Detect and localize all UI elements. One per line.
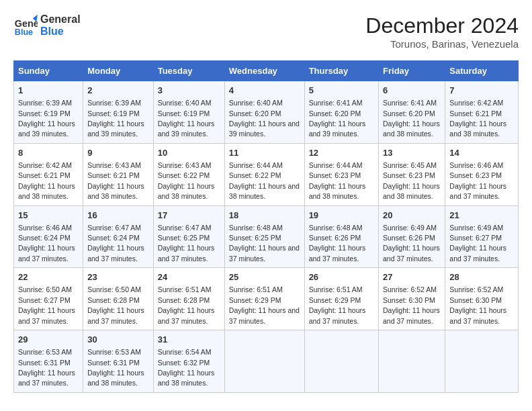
day-number: 19 (309, 210, 374, 222)
day-cell-22: 22 Sunrise: 6:50 AMSunset: 6:27 PMDaylig… (14, 268, 83, 330)
calendar-week-4: 22 Sunrise: 6:50 AMSunset: 6:27 PMDaylig… (14, 268, 519, 330)
weekday-header-monday: Monday (83, 61, 154, 81)
day-number: 11 (229, 147, 300, 159)
day-cell-31: 31 Sunrise: 6:54 AMSunset: 6:32 PMDaylig… (153, 330, 224, 393)
day-cell-13: 13 Sunrise: 6:45 AMSunset: 6:23 PMDaylig… (379, 143, 445, 205)
calendar-week-2: 8 Sunrise: 6:42 AMSunset: 6:21 PMDayligh… (14, 143, 519, 205)
day-info: Sunrise: 6:51 AMSunset: 6:29 PMDaylight:… (229, 285, 300, 324)
day-number: 24 (158, 271, 220, 283)
day-info: Sunrise: 6:44 AMSunset: 6:22 PMDaylight:… (229, 161, 300, 200)
day-number: 29 (18, 334, 79, 346)
day-cell-10: 10 Sunrise: 6:43 AMSunset: 6:22 PMDaylig… (153, 143, 224, 205)
month-title: December 2024 (365, 13, 519, 38)
day-info: Sunrise: 6:51 AMSunset: 6:28 PMDaylight:… (158, 285, 215, 324)
day-number: 23 (87, 271, 149, 283)
day-cell-24: 24 Sunrise: 6:51 AMSunset: 6:28 PMDaylig… (153, 268, 224, 330)
day-number: 12 (309, 147, 374, 159)
day-number: 9 (87, 147, 149, 159)
day-number: 15 (18, 210, 79, 222)
page-header: General Blue General Blue December 2024 … (13, 13, 519, 50)
day-info: Sunrise: 6:44 AMSunset: 6:23 PMDaylight:… (309, 161, 366, 200)
calendar-week-5: 29 Sunrise: 6:53 AMSunset: 6:31 PMDaylig… (14, 330, 519, 393)
title-block: December 2024 Torunos, Barinas, Venezuel… (365, 13, 519, 50)
day-number: 26 (309, 271, 374, 283)
empty-cell (445, 330, 519, 393)
day-number: 28 (449, 271, 514, 283)
day-info: Sunrise: 6:51 AMSunset: 6:29 PMDaylight:… (309, 285, 366, 324)
day-cell-4: 4 Sunrise: 6:40 AMSunset: 6:20 PMDayligh… (224, 81, 304, 144)
day-number: 17 (158, 210, 220, 222)
day-number: 20 (383, 210, 441, 222)
empty-cell (379, 330, 445, 393)
day-info: Sunrise: 6:48 AMSunset: 6:25 PMDaylight:… (229, 224, 300, 263)
weekday-header-tuesday: Tuesday (153, 61, 224, 81)
location: Torunos, Barinas, Venezuela (365, 38, 519, 50)
day-cell-5: 5 Sunrise: 6:41 AMSunset: 6:20 PMDayligh… (304, 81, 378, 144)
day-number: 5 (309, 85, 374, 97)
day-cell-8: 8 Sunrise: 6:42 AMSunset: 6:21 PMDayligh… (14, 143, 83, 205)
day-cell-17: 17 Sunrise: 6:47 AMSunset: 6:25 PMDaylig… (153, 205, 224, 268)
weekday-header-saturday: Saturday (445, 61, 519, 81)
weekday-header-sunday: Sunday (14, 61, 83, 81)
day-cell-12: 12 Sunrise: 6:44 AMSunset: 6:23 PMDaylig… (304, 143, 378, 205)
day-cell-15: 15 Sunrise: 6:46 AMSunset: 6:24 PMDaylig… (14, 205, 83, 268)
day-number: 4 (229, 85, 300, 97)
day-number: 10 (158, 147, 220, 159)
day-info: Sunrise: 6:46 AMSunset: 6:24 PMDaylight:… (18, 224, 75, 263)
day-number: 2 (87, 85, 149, 97)
day-info: Sunrise: 6:45 AMSunset: 6:23 PMDaylight:… (383, 161, 440, 200)
day-info: Sunrise: 6:41 AMSunset: 6:20 PMDaylight:… (383, 99, 440, 138)
day-cell-28: 28 Sunrise: 6:52 AMSunset: 6:30 PMDaylig… (445, 268, 519, 330)
day-cell-9: 9 Sunrise: 6:43 AMSunset: 6:21 PMDayligh… (83, 143, 154, 205)
day-cell-21: 21 Sunrise: 6:49 AMSunset: 6:27 PMDaylig… (445, 205, 519, 268)
day-cell-1: 1 Sunrise: 6:39 AMSunset: 6:19 PMDayligh… (14, 81, 83, 144)
day-number: 3 (158, 85, 220, 97)
empty-cell (224, 330, 304, 393)
weekday-header-wednesday: Wednesday (224, 61, 304, 81)
day-cell-25: 25 Sunrise: 6:51 AMSunset: 6:29 PMDaylig… (224, 268, 304, 330)
day-number: 13 (383, 147, 441, 159)
day-number: 22 (18, 271, 79, 283)
day-number: 14 (449, 147, 514, 159)
day-info: Sunrise: 6:40 AMSunset: 6:20 PMDaylight:… (229, 99, 300, 138)
day-info: Sunrise: 6:47 AMSunset: 6:24 PMDaylight:… (87, 224, 144, 263)
day-cell-16: 16 Sunrise: 6:47 AMSunset: 6:24 PMDaylig… (83, 205, 154, 268)
day-info: Sunrise: 6:46 AMSunset: 6:23 PMDaylight:… (449, 161, 506, 200)
day-cell-14: 14 Sunrise: 6:46 AMSunset: 6:23 PMDaylig… (445, 143, 519, 205)
day-number: 25 (229, 271, 300, 283)
day-info: Sunrise: 6:50 AMSunset: 6:27 PMDaylight:… (18, 285, 75, 324)
day-cell-3: 3 Sunrise: 6:40 AMSunset: 6:19 PMDayligh… (153, 81, 224, 144)
day-info: Sunrise: 6:43 AMSunset: 6:21 PMDaylight:… (87, 161, 144, 200)
day-info: Sunrise: 6:40 AMSunset: 6:19 PMDaylight:… (158, 99, 215, 138)
day-cell-7: 7 Sunrise: 6:42 AMSunset: 6:21 PMDayligh… (445, 81, 519, 144)
day-number: 6 (383, 85, 441, 97)
day-number: 31 (158, 334, 220, 346)
calendar-table: SundayMondayTuesdayWednesdayThursdayFrid… (13, 60, 519, 393)
day-info: Sunrise: 6:50 AMSunset: 6:28 PMDaylight:… (87, 285, 144, 324)
day-info: Sunrise: 6:39 AMSunset: 6:19 PMDaylight:… (87, 99, 144, 138)
weekday-header-row: SundayMondayTuesdayWednesdayThursdayFrid… (14, 61, 519, 81)
day-info: Sunrise: 6:49 AMSunset: 6:26 PMDaylight:… (383, 224, 440, 263)
day-number: 30 (87, 334, 149, 346)
day-info: Sunrise: 6:49 AMSunset: 6:27 PMDaylight:… (449, 224, 506, 263)
day-number: 8 (18, 147, 79, 159)
calendar-week-1: 1 Sunrise: 6:39 AMSunset: 6:19 PMDayligh… (14, 81, 519, 144)
day-info: Sunrise: 6:39 AMSunset: 6:19 PMDaylight:… (18, 99, 75, 138)
day-cell-11: 11 Sunrise: 6:44 AMSunset: 6:22 PMDaylig… (224, 143, 304, 205)
day-info: Sunrise: 6:41 AMSunset: 6:20 PMDaylight:… (309, 99, 366, 138)
day-cell-2: 2 Sunrise: 6:39 AMSunset: 6:19 PMDayligh… (83, 81, 154, 144)
day-info: Sunrise: 6:53 AMSunset: 6:31 PMDaylight:… (87, 348, 144, 387)
day-cell-29: 29 Sunrise: 6:53 AMSunset: 6:31 PMDaylig… (14, 330, 83, 393)
day-info: Sunrise: 6:42 AMSunset: 6:21 PMDaylight:… (449, 99, 506, 138)
day-cell-18: 18 Sunrise: 6:48 AMSunset: 6:25 PMDaylig… (224, 205, 304, 268)
empty-cell (304, 330, 378, 393)
day-cell-23: 23 Sunrise: 6:50 AMSunset: 6:28 PMDaylig… (83, 268, 154, 330)
weekday-header-friday: Friday (379, 61, 445, 81)
logo: General Blue General Blue (13, 13, 81, 38)
day-cell-20: 20 Sunrise: 6:49 AMSunset: 6:26 PMDaylig… (379, 205, 445, 268)
day-number: 7 (449, 85, 514, 97)
calendar-week-3: 15 Sunrise: 6:46 AMSunset: 6:24 PMDaylig… (14, 205, 519, 268)
day-info: Sunrise: 6:52 AMSunset: 6:30 PMDaylight:… (449, 285, 506, 324)
day-info: Sunrise: 6:54 AMSunset: 6:32 PMDaylight:… (158, 348, 215, 387)
day-cell-6: 6 Sunrise: 6:41 AMSunset: 6:20 PMDayligh… (379, 81, 445, 144)
